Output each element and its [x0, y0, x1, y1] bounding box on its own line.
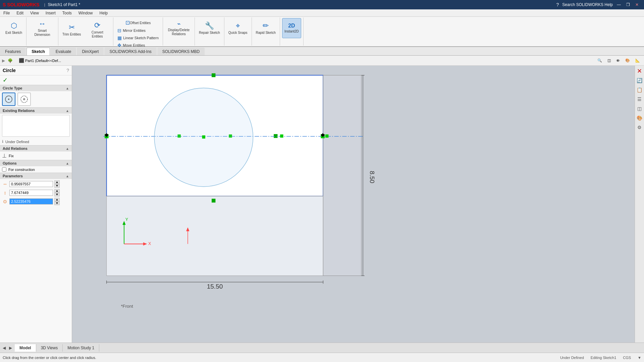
tab-motion-study[interactable]: Motion Study 1: [63, 344, 99, 352]
circle-center-radius-btn[interactable]: [2, 93, 15, 106]
section-view-btn[interactable]: 📐: [633, 58, 642, 63]
accept-btn[interactable]: ✓: [3, 77, 8, 83]
canvas-area[interactable]: 15.50 8.50 Y X *Front: [72, 66, 635, 343]
menu-file[interactable]: File: [0, 10, 13, 16]
status-units: CGS: [623, 356, 631, 360]
exit-sketch-btn[interactable]: ⬡ Exit Sketch: [3, 18, 24, 38]
menu-insert[interactable]: Insert: [42, 10, 59, 16]
edit-appearance-btn[interactable]: 🎨: [623, 58, 632, 63]
tree-expand-icon[interactable]: ▶: [2, 58, 5, 63]
right-panel-btn1[interactable]: ✕: [636, 67, 644, 75]
fix-relation-item[interactable]: ⊥ Fix: [0, 152, 72, 160]
instant2d-label: Instant2D: [284, 29, 299, 34]
display-delete-relations-btn[interactable]: ⌁ Display/Delete Relations: [165, 18, 193, 38]
add-relations-header[interactable]: Add Relations ▲: [0, 145, 72, 152]
svg-rect-10: [212, 73, 215, 77]
display-delete-label: Display/Delete Relations: [167, 28, 191, 36]
perimeter-icon: [19, 95, 29, 104]
part-tree-icon: ⬛: [19, 58, 24, 63]
status-message: Click drag from the center or click cent…: [3, 356, 560, 360]
smart-dimension-btn[interactable]: ↔ Smart Dimension: [29, 18, 56, 38]
trim-entities-label: Trim Entities: [62, 33, 81, 37]
param-x-up[interactable]: ▲: [54, 180, 60, 184]
circle-perimeter-btn[interactable]: [17, 93, 31, 106]
svg-rect-19: [280, 134, 283, 137]
rapid-sketch-label: Rapid Sketch: [256, 31, 276, 35]
linear-pattern-btn[interactable]: ▦ Linear Sketch Pattern: [115, 35, 161, 41]
menu-help[interactable]: Help: [96, 10, 111, 16]
param-r-down[interactable]: ▼: [54, 201, 60, 205]
quick-snaps-icon: ⌖: [236, 21, 240, 30]
view-orientation-btn[interactable]: 🔍: [595, 58, 604, 63]
minimize-btn[interactable]: —: [614, 2, 624, 7]
convert-entities-btn[interactable]: ⟳ Convert Entities: [84, 18, 111, 42]
offset-entities-icon: ⊡: [125, 19, 130, 26]
tab-dimxpert[interactable]: DimXpert: [77, 48, 104, 55]
close-btn[interactable]: ✕: [633, 2, 641, 7]
param-r-input[interactable]: [9, 198, 53, 204]
under-defined-row: ℹ Under Defined: [0, 138, 72, 145]
existing-relations-header[interactable]: Existing Relations ▲: [0, 107, 72, 114]
param-r-up[interactable]: ▲: [54, 198, 60, 201]
tab-3d-views[interactable]: 3D Views: [36, 344, 63, 352]
rapid-sketch-icon: ✏: [263, 21, 269, 30]
nav-left-btn[interactable]: ◀: [1, 345, 7, 351]
options-header[interactable]: Options ▲: [0, 160, 72, 166]
panel-help-btn[interactable]: ?: [66, 68, 69, 73]
right-panel: ✕ 🔄 📋 ☰ ◫ 🎨 ⚙: [635, 66, 644, 343]
repair-sketch-btn[interactable]: 🔧 Repair Sketch: [197, 18, 222, 38]
mirror-entities-icon: ⊟: [117, 28, 121, 33]
search-solidworks-help[interactable]: Search SOLIDWORKS Help: [561, 2, 614, 7]
param-y-row: ↕ ▲ ▼: [2, 189, 70, 196]
convert-entities-label: Convert Entities: [86, 31, 109, 39]
tab-sketch[interactable]: Sketch: [26, 48, 50, 55]
quick-snaps-btn[interactable]: ⌖ Quick Snaps: [226, 18, 250, 38]
param-y-up[interactable]: ▲: [54, 189, 60, 193]
right-panel-btn6[interactable]: 🎨: [636, 114, 644, 122]
tab-mbd[interactable]: SOLIDWORKS MBD: [157, 48, 205, 55]
menu-tools[interactable]: Tools: [59, 10, 75, 16]
hide-show-btn[interactable]: 👁: [614, 58, 622, 63]
param-y-down[interactable]: ▼: [54, 193, 60, 196]
menu-view[interactable]: View: [27, 10, 42, 16]
main-area: Circle ? ✓ Circle Type ▲: [0, 66, 644, 343]
offset-entities-btn[interactable]: ⊡ Offset Entities: [123, 18, 153, 27]
param-x-down[interactable]: ▼: [54, 184, 60, 188]
mirror-entities-btn[interactable]: ⊟ Mirror Entities: [115, 27, 161, 34]
param-y-input[interactable]: [9, 190, 53, 196]
menu-edit[interactable]: Edit: [13, 10, 27, 16]
ribbon-group-dimension: ↔ Smart Dimension: [26, 17, 58, 46]
trim-entities-btn[interactable]: ✂ Trim Entities: [60, 18, 83, 42]
status-editing: Editing Sketch1: [591, 356, 616, 360]
view-display-btn[interactable]: ◫: [605, 58, 613, 63]
svg-rect-14: [274, 134, 277, 138]
status-bar: Click drag from the center or click cent…: [0, 353, 644, 362]
tab-features[interactable]: Features: [0, 48, 26, 55]
fix-relation-label: Fix: [9, 154, 14, 158]
instant2d-btn[interactable]: 2D Instant2D: [282, 18, 301, 38]
parameters-header[interactable]: Parameters ▲: [0, 173, 72, 179]
menu-window[interactable]: Window: [75, 10, 96, 16]
right-panel-btn7[interactable]: ⚙: [636, 123, 644, 131]
right-panel-btn4[interactable]: ☰: [636, 95, 644, 103]
right-panel-btn5[interactable]: ◫: [636, 105, 644, 113]
right-panel-btn3[interactable]: 📋: [636, 86, 644, 94]
tab-evaluate[interactable]: Evaluate: [51, 48, 76, 55]
right-panel-btn2[interactable]: 🔄: [636, 76, 644, 84]
restore-btn[interactable]: ❒: [624, 2, 633, 7]
ribbon: ⬡ Exit Sketch ↔ Smart Dimension ✂ Trim E…: [0, 17, 644, 47]
part-tree-item[interactable]: ⬛ Part1 (Default<<Def...: [17, 57, 63, 64]
param-r-spinner: ▲ ▼: [54, 198, 60, 205]
param-x-spinner: ▲ ▼: [54, 180, 60, 188]
nav-right-btn[interactable]: ▶: [8, 345, 13, 351]
svg-point-3: [23, 99, 25, 100]
param-x-input[interactable]: [9, 181, 53, 187]
circle-type-header[interactable]: Circle Type ▲: [0, 85, 72, 91]
help-icon[interactable]: ?: [554, 2, 561, 7]
rapid-sketch-btn[interactable]: ✏ Rapid Sketch: [254, 18, 278, 38]
for-construction-checkbox[interactable]: [2, 167, 6, 172]
tab-model[interactable]: Model: [15, 344, 36, 352]
tab-addins[interactable]: SOLIDWORKS Add-Ins: [104, 48, 156, 55]
exit-sketch-icon: ⬡: [11, 21, 17, 30]
status-zoom: ▼: [638, 356, 641, 360]
